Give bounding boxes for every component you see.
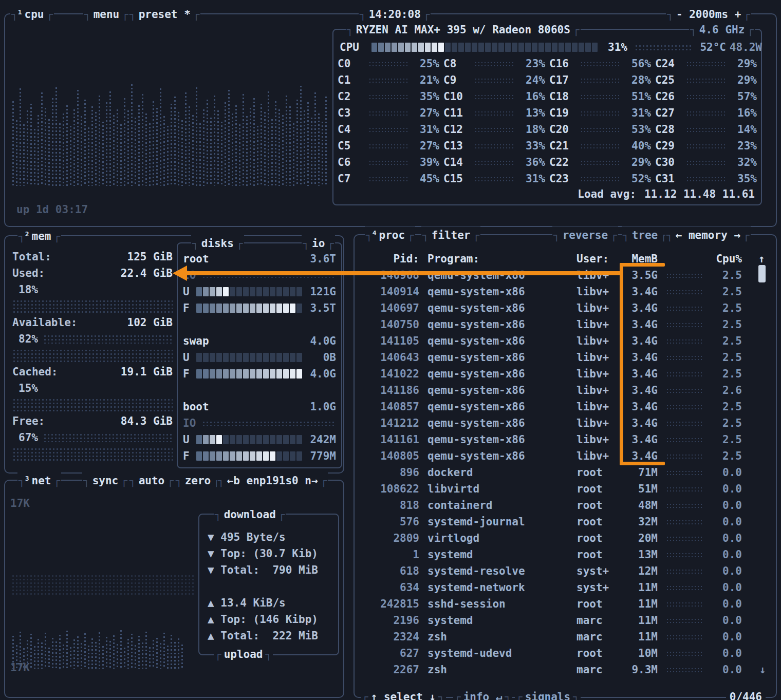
mem-stats: Total: 125 GiB Used: 22.4 GiB 18% Availa… <box>12 249 173 462</box>
core-percent: 27% <box>412 138 439 154</box>
process-row[interactable]: 140914qemu-system-x86libv+3.4G2.5 <box>355 283 776 300</box>
process-mini-graph <box>666 503 704 508</box>
preset-button[interactable]: ┐ preset * ┌ <box>128 6 200 23</box>
process-pid: 140697 <box>359 300 419 316</box>
process-cpu: 0.0 <box>706 481 742 497</box>
process-row[interactable]: 634systemd-networksyst+11M0.0 <box>355 579 776 596</box>
update-interval-control[interactable]: ┐ - 2000ms + ┌ <box>666 6 751 23</box>
core-percent: 40% <box>623 138 651 154</box>
process-user: root <box>577 514 623 530</box>
process-memory: 3.4G <box>622 283 658 300</box>
process-pid: 140857 <box>359 399 419 415</box>
net-interface-selector[interactable]: ┐ ←b enp191s0 n→ ┌ <box>217 472 328 489</box>
process-row[interactable]: 242815sshd-sessionroot11M0.0 <box>355 596 776 612</box>
net-download-graph <box>11 574 194 597</box>
bar-segment <box>223 304 229 313</box>
bar-segment <box>263 369 269 379</box>
process-row[interactable]: 140805qemu-system-x86libv+3.4G2.5 <box>355 448 776 464</box>
process-name: systemd <box>427 612 574 629</box>
process-memory: 71M <box>622 464 658 481</box>
net-scale-top: 17K <box>10 495 30 512</box>
core-name: C17 <box>549 72 580 88</box>
column-cpu[interactable]: Cpu% <box>706 251 742 267</box>
proc-tree-toggle[interactable]: ┐ tree ┌ <box>622 226 668 244</box>
bar-segment <box>276 369 282 379</box>
process-row[interactable]: 140643qemu-system-x86libv+3.4G2.5 <box>355 349 776 366</box>
mem-panel-tab[interactable]: ┐ 2 mem ┌ <box>17 228 61 245</box>
proc-signals-button[interactable]: ┌ signals ┐ <box>515 688 581 700</box>
proc-scrollbar-thumb[interactable] <box>758 265 766 282</box>
process-row[interactable]: 627systemd-udevdroot10M0.0 <box>355 645 776 661</box>
process-row[interactable]: 2324zshmarc11M0.0 <box>355 629 776 645</box>
process-row[interactable]: 141022qemu-system-x86libv+3.4G2.5 <box>355 366 776 382</box>
column-user[interactable]: User: <box>577 251 623 267</box>
graph-column <box>101 121 105 186</box>
graph-column <box>177 637 180 669</box>
process-user: libv+ <box>577 349 623 366</box>
proc-info-button[interactable]: ┌ info ↵ ┐ <box>453 688 512 700</box>
process-pid: 108622 <box>359 481 419 497</box>
proc-reverse-toggle[interactable]: ┐ reverse ┌ <box>552 226 618 244</box>
process-row[interactable]: 2196systemdmarc11M0.0 <box>355 612 776 629</box>
process-row[interactable]: 141212qemu-system-x86libv+3.4G2.5 <box>355 415 776 431</box>
graph-column <box>58 122 62 186</box>
process-name: dockerd <box>427 464 574 481</box>
process-row[interactable]: 140968qemu-system-x86libv+3.5G2.5 <box>355 267 776 283</box>
net-auto-toggle[interactable]: ┐ auto ┌ <box>128 472 175 489</box>
process-name: qemu-system-x86 <box>427 399 574 415</box>
process-row[interactable]: 140857qemu-system-x86libv+3.4G2.5 <box>355 399 776 415</box>
process-row[interactable]: 618systemd-resolvesyst+12M0.0 <box>355 563 776 579</box>
process-mini-graph <box>666 634 704 640</box>
graph-column <box>72 638 76 669</box>
core-percent: 45% <box>412 171 439 187</box>
graph-column <box>259 103 263 186</box>
proc-filter-button[interactable]: ┐ filter ┌ <box>421 226 480 244</box>
bar-segment <box>283 287 289 296</box>
core-name: C10 <box>443 88 474 105</box>
process-user: root <box>577 481 623 497</box>
process-row[interactable]: 140750qemu-system-x86libv+3.4G2.5 <box>355 316 776 333</box>
process-row[interactable]: 108622libvirtdroot51M0.0 <box>355 481 776 497</box>
process-memory: 3.4G <box>622 300 658 316</box>
net-sync-toggle[interactable]: ┐ sync ┌ <box>82 472 128 489</box>
disk-swap-free-bar <box>196 369 302 379</box>
graph-column <box>65 630 69 669</box>
process-row[interactable]: 141105qemu-system-x86libv+3.4G2.5 <box>355 333 776 349</box>
process-name: qemu-system-x86 <box>427 431 574 448</box>
process-row[interactable]: 896dockerdroot71M0.0 <box>355 464 776 481</box>
process-cpu: 2.5 <box>706 415 742 431</box>
graph-column <box>241 93 245 186</box>
disks-title[interactable]: ┐ disks ┌ <box>191 235 244 252</box>
process-row[interactable]: 576systemd-journalroot32M0.0 <box>355 514 776 530</box>
process-row[interactable]: 141161qemu-system-x86libv+3.4G2.5 <box>355 431 776 448</box>
process-row[interactable]: 2267zshmarc9.3M0.0 <box>355 661 776 678</box>
graph-column <box>123 97 126 186</box>
process-row[interactable]: 141186qemu-system-x86libv+3.4G2.6 <box>355 382 776 399</box>
cpu-panel-tab[interactable]: ┐ 1 cpu ┌ <box>10 6 54 23</box>
core-percent: 21% <box>412 72 439 88</box>
bar-segment <box>216 304 222 313</box>
cpu-model-title: ┐ RYZEN AI MAX+ 395 w/ Radeon 8060S ┌ <box>346 21 581 39</box>
process-user: libv+ <box>577 431 623 448</box>
bar-segment <box>196 353 202 362</box>
menu-button[interactable]: ┐ menu ┌ <box>83 6 129 23</box>
net-zero-toggle[interactable]: ┐ zero ┌ <box>175 472 221 489</box>
bar-segment <box>210 435 215 444</box>
graph-column <box>80 642 83 669</box>
scroll-down-icon[interactable]: ↓ <box>759 661 766 678</box>
column-pid[interactable]: Pid: <box>359 251 419 267</box>
graph-column <box>206 99 209 186</box>
proc-panel-tab[interactable]: ┐ 4 proc ┌ <box>365 226 415 244</box>
core-mini-graph <box>580 61 619 67</box>
process-row[interactable]: 1systemdroot13M0.0 <box>355 546 776 563</box>
process-row[interactable]: 818containerdroot48M0.0 <box>355 497 776 514</box>
net-panel-tab[interactable]: ┐ 3 net ┌ <box>17 472 61 489</box>
disks-io-toggle[interactable]: ┐ io ┌ <box>302 235 335 252</box>
bar-segment <box>230 304 235 313</box>
process-row[interactable]: 2809virtlogdroot20M0.0 <box>355 530 776 546</box>
process-row[interactable]: 140697qemu-system-x86libv+3.4G2.5 <box>355 300 776 316</box>
annotation-bracket-left <box>620 263 623 465</box>
column-program[interactable]: Program: <box>427 251 574 267</box>
proc-sort-selector[interactable]: ┐ ← memory → ┌ <box>665 226 751 244</box>
proc-select-control[interactable]: ┌ ↑ select ↓ ┐ <box>361 688 446 700</box>
